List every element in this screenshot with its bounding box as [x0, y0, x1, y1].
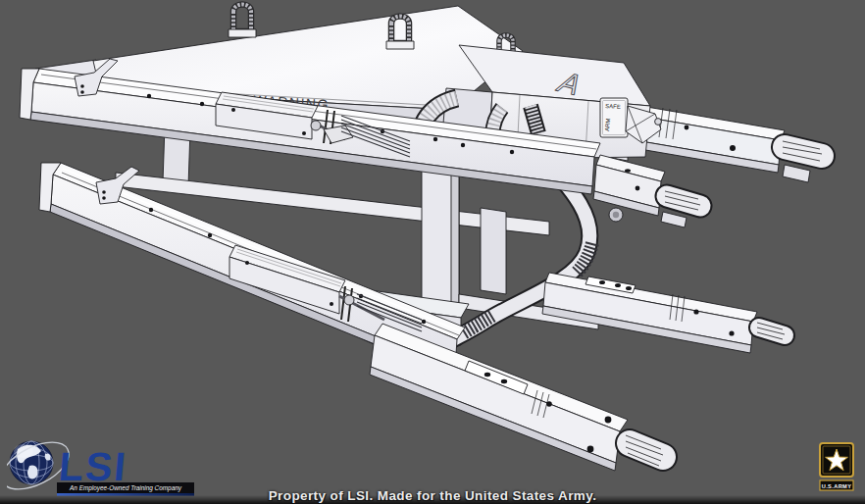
launch-rail-4 — [370, 324, 663, 471]
us-army-logo: U.S.ARMY — [819, 442, 854, 491]
rail-tip-grooves — [665, 191, 700, 210]
safe-label: SAFE — [605, 103, 621, 110]
rail-tip-grooves — [757, 323, 785, 339]
arm-label: ARM — [604, 118, 611, 131]
lifting-shackle-1 — [229, 5, 256, 38]
render-viewport: WARNING — [0, 0, 865, 504]
launch-rail-2 — [593, 155, 700, 227]
rail-tip-grooves — [783, 141, 822, 161]
safe-arm-plate: SAFE ARM — [600, 98, 628, 137]
launch-rail-3 — [542, 273, 785, 353]
army-label: U.S.ARMY — [822, 483, 852, 489]
launcher-3d-model: WARNING — [0, 0, 865, 504]
lsi-tagline: An Employee-Owned Training Company — [69, 484, 182, 492]
lsi-underline — [57, 493, 194, 496]
rail-tip-grooves — [626, 435, 663, 466]
property-caption: Property of LSI. Made for the United Sta… — [269, 488, 597, 503]
lsi-logo: LSI An Employee-Owned Training Company — [7, 435, 209, 498]
